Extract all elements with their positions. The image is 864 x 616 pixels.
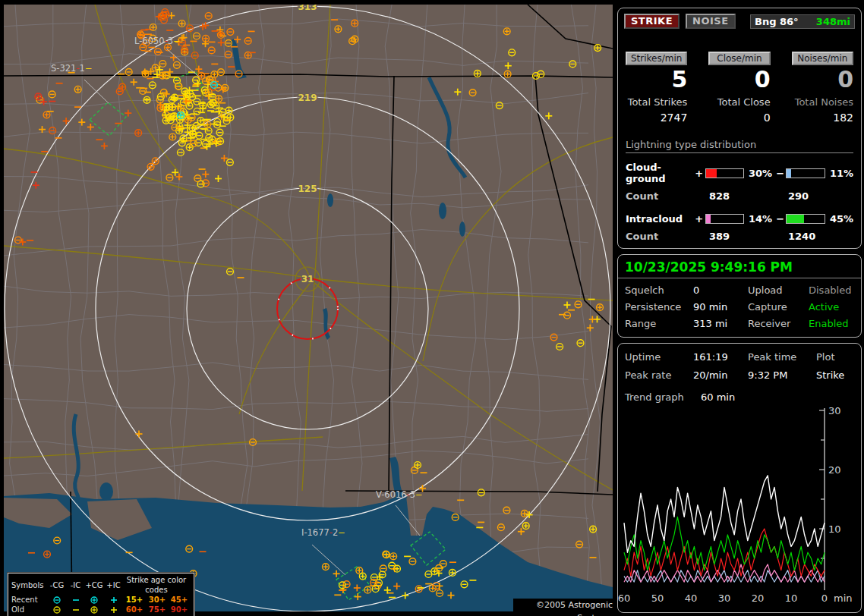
cg-count-row: Count 828 290 [626,190,853,202]
noises-per-min-value: 0 [792,68,853,92]
trend-y-tick-label: 10 [828,523,841,535]
plot-label: Plot [816,351,854,363]
lightning-map[interactable]: 31321912531L-6050-3−S-321-1−V-6016-3−I-1… [4,5,613,611]
trend-x-unit-label: min [834,592,853,604]
cg-negative-pct: 11% [830,168,853,179]
legend-row-old: Old60+75+90+ [11,605,191,614]
trend-x-tick-label: 40 [685,592,698,604]
cg_neg-symbol-icon [52,596,62,605]
strikes-per-min-button[interactable]: Strikes/min [626,52,687,65]
ic-positive-count: 389 [709,231,788,242]
total-close-label: Total Close [708,96,770,108]
upload-label: Upload [748,284,809,296]
receiver-label: Receiver [748,318,809,329]
strike-legend: Symbols -CG -IC +CG +IC Strike age color… [8,573,194,616]
range-value: 348mi [816,16,850,27]
intracloud-label: Intracloud [626,213,695,225]
cg-negative-count: 290 [788,190,809,202]
strikes-per-min-value: 5 [626,68,687,92]
persistence-label: Persistence [625,301,693,313]
cg-count-label: Count [626,190,709,202]
peak-time-label: Peak time [748,351,816,363]
intracloud-row: Intracloud + 14% − 45% [626,213,853,225]
range-label: Range [625,318,693,329]
ic-negative-bar [786,214,825,224]
trend-x-tick-label: 20 [752,592,765,604]
minus-sign: − [776,213,786,225]
noise-mode-button[interactable]: NOISE [686,14,736,29]
noises-per-min-column: Noises/min 0 Total Noises 182 [792,52,853,124]
ic-negative-count: 1240 [788,231,815,242]
cg_pos-symbol-icon [89,605,99,614]
capture-status: Active [809,301,854,313]
ic-positive-bar [705,214,744,224]
total-strikes-label: Total Strikes [626,96,687,108]
cg-negative-bar [786,168,825,178]
ic-count-row: Count 389 1240 [626,231,853,242]
total-close-value: 0 [708,112,770,124]
capture-label: Capture [748,301,809,313]
cg_pos-symbol-icon [89,596,99,605]
uptime-label: Uptime [625,351,693,363]
trend-x-tick-label: 30 [718,592,731,604]
ic-positive-pct: 14% [749,213,776,225]
upload-status: Disabled [809,284,854,296]
trend-panel: Uptime 161:19 Peak time Plot Peak rate 2… [617,343,862,613]
range-ring-label: 31 [301,274,314,284]
total-strikes-value: 2747 [626,112,687,124]
strikes-per-min-column: Strikes/min 5 Total Strikes 2747 [626,52,687,124]
range-ring-label: 313 [298,5,317,12]
total-noises-value: 182 [792,112,853,124]
strike-counters-panel: STRIKE NOISE Bng 86° 348mi Strikes/min 5… [617,8,862,249]
ic-count-label: Count [626,231,709,242]
legend-icneg-header: -IC [67,580,84,590]
status-panel: 10/23/2025 9:49:16 PM Squelch 0 Upload D… [617,254,862,338]
ic_neg-symbol-icon [71,596,81,605]
trend-graph: 3020106050403020100min [618,403,859,608]
ic_neg-symbol-icon [71,605,81,614]
persistence-value: 90 min [693,301,748,313]
bearing-range-display: Bng 86° 348mi [750,14,855,29]
trend-graph-label: Trend graph [625,391,693,403]
noises-per-min-button[interactable]: Noises/min [792,52,853,65]
total-noises-label: Total Noises [792,96,853,108]
peak-rate-value: 20/min [693,369,748,381]
age-code-75+: 75+ [146,605,169,614]
trend-x-tick-label: 60 [618,592,630,604]
ic_pos-symbol-icon [109,596,119,605]
minus-sign: − [776,168,786,179]
trend-y-tick-label: 30 [828,405,841,416]
ic_pos-symbol-icon [109,605,119,614]
storm-cell-label: L-6050-3− [134,36,181,46]
plus-sign: + [695,168,705,179]
close-per-min-column: Close/min 0 Total Close 0 [708,52,770,124]
range-ring-label: 125 [298,184,317,194]
cg-positive-pct: 30% [749,168,776,179]
legend-age-header: Strike age color codes [123,575,190,595]
legend-icpos-header: +IC [104,580,123,590]
cg-positive-bar [705,168,744,178]
cg-positive-count: 828 [709,190,788,202]
uptime-value: 161:19 [693,351,748,363]
legend-age-label: Old [11,605,47,614]
cloud-ground-row: Cloud-ground + 30% − 11% [626,162,853,184]
close-per-min-button[interactable]: Close/min [708,52,770,65]
age-code-60+: 60+ [123,605,146,614]
trend-graph-value: 60 min [701,391,735,403]
storm-cell-label: I-1677-2− [301,527,345,538]
trend-x-tick-label: 0 [821,592,828,604]
peak-rate-label: Peak rate [625,369,693,381]
datetime-display: 10/23/2025 9:49:16 PM [618,255,861,278]
storm-cell-label: S-321-1− [51,63,93,74]
bearing-value: Bng 86° [755,16,799,27]
trend-series-positive-ic [624,564,825,582]
age-code-15+: 15+ [123,595,146,605]
trend-x-tick-label: 10 [785,592,798,604]
legend-age-label: Recent [11,595,47,605]
legend-row-recent: Recent15+30+45+ [11,595,191,605]
age-code-45+: 45+ [169,595,190,605]
squelch-label: Squelch [625,284,693,296]
strike-mode-button[interactable]: STRIKE [624,14,680,29]
copyright-notice: ©2005 Astrogenic Systems [513,599,613,611]
squelch-value: 0 [693,284,748,296]
